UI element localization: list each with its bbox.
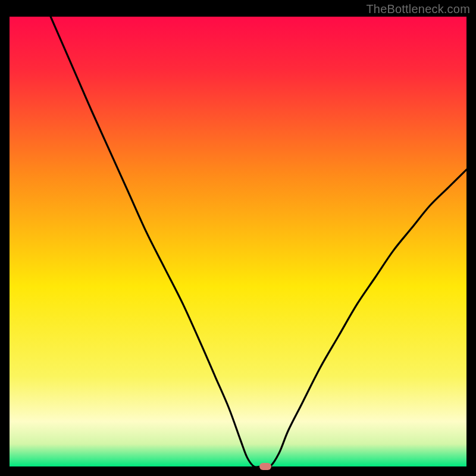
optimal-point-marker xyxy=(259,463,271,470)
gradient-background xyxy=(10,17,466,466)
chart-frame: TheBottleneck.com xyxy=(0,0,476,476)
plot-area xyxy=(10,17,466,466)
plot-svg xyxy=(10,17,466,466)
watermark-text: TheBottleneck.com xyxy=(366,2,470,16)
